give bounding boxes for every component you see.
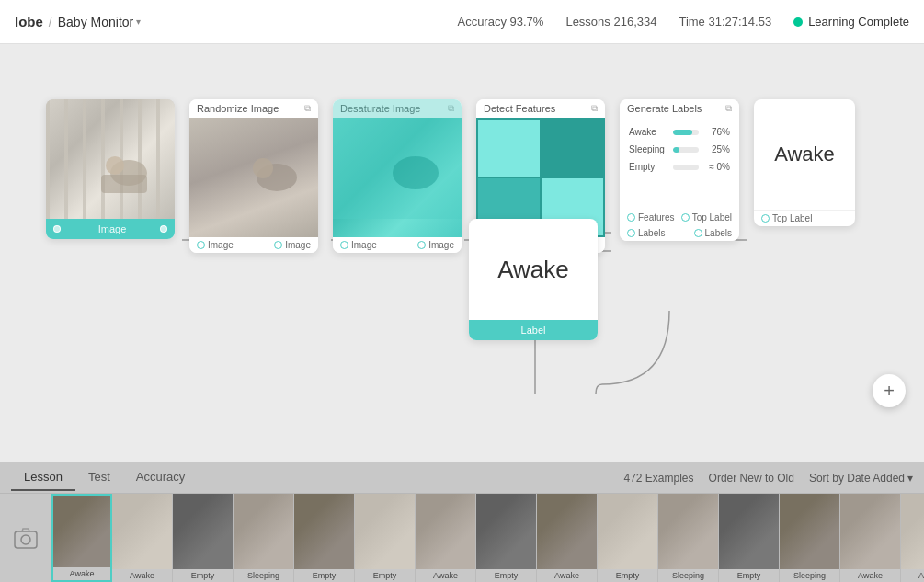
thumb-img-2 — [173, 494, 233, 569]
thumb-img-9 — [598, 494, 657, 569]
desaturate-preview — [333, 118, 462, 237]
thumb-item-2[interactable]: Empty — [173, 494, 234, 582]
thumb-img-12 — [780, 494, 839, 569]
thumb-item-7[interactable]: Empty — [476, 494, 537, 582]
tabs-right: 472 Examples Order New to Old Sort by Da… — [624, 472, 914, 485]
bar-track-empty — [673, 165, 699, 170]
thumb-img-8 — [537, 494, 597, 569]
generate-labels-out-port: Labels — [694, 228, 732, 238]
tab-lesson[interactable]: Lesson — [11, 464, 75, 491]
thumb-item-9[interactable]: Empty — [598, 494, 658, 582]
thumb-img-0 — [53, 496, 110, 567]
thumb-item-13[interactable]: Awake — [840, 494, 901, 582]
thumb-label-11: Empty — [719, 569, 779, 582]
add-example-button[interactable] — [0, 494, 51, 582]
app-logo: lobe — [15, 14, 43, 29]
desaturate-ports: Image Image — [333, 237, 462, 253]
sort-chevron-icon: ▾ — [907, 472, 913, 485]
thumb-label-3: Sleeping — [234, 569, 293, 582]
thumb-label-9: Empty — [598, 569, 657, 582]
lessons-stat: Lessons 216,334 — [565, 15, 656, 29]
bar-label-sleeping: Sleeping — [629, 144, 667, 154]
image-preview — [46, 99, 175, 219]
image-node-footer: Image — [46, 219, 175, 239]
thumb-img-1 — [112, 494, 172, 569]
canvas-area: Image Randomize Image ⧉ Image Image — [0, 44, 924, 462]
copy-icon: ⧉ — [725, 103, 732, 114]
thumb-item-12[interactable]: Sleeping — [780, 494, 840, 582]
thumb-item-5[interactable]: Empty — [355, 494, 416, 582]
thumb-label-4: Empty — [294, 569, 354, 582]
header-right: Accuracy 93.7% Lessons 216,334 Time 31:2… — [457, 15, 909, 29]
thumb-label-6: Awake — [416, 569, 475, 582]
bar-fill-sleeping — [673, 147, 679, 153]
node-label-awake: Awake Label — [469, 219, 598, 340]
randomize-ports: Image Image — [189, 237, 318, 253]
learning-complete-status: Learning Complete — [793, 15, 909, 29]
bar-pct-empty: ≈ 0% — [704, 162, 730, 172]
thumb-img-7 — [476, 494, 536, 569]
camera-icon — [13, 525, 39, 551]
desaturate-input-port: Image — [340, 240, 377, 250]
thumb-item-4[interactable]: Empty — [294, 494, 355, 582]
node-generate: Generate Labels ⧉ Awake 76% Sleeping 25% — [620, 99, 739, 241]
baby-illustration — [46, 99, 175, 219]
bar-track-awake — [673, 130, 699, 135]
bar-label-empty: Empty — [629, 162, 667, 172]
learning-status-label: Learning Complete — [808, 15, 909, 29]
thumb-item-10[interactable]: Sleeping — [658, 494, 719, 582]
label-footer-text: Label — [521, 325, 546, 336]
thumb-img-10 — [658, 494, 718, 569]
tab-accuracy[interactable]: Accuracy — [123, 464, 198, 491]
plus-icon: + — [884, 381, 895, 402]
port-icon — [53, 225, 61, 233]
thumb-item-0[interactable]: Awake — [51, 494, 112, 582]
bar-row-empty: Empty ≈ 0% — [629, 162, 730, 172]
pipeline: Image Randomize Image ⧉ Image Image — [46, 99, 855, 253]
thumb-img-5 — [355, 494, 415, 569]
svg-point-15 — [21, 535, 30, 544]
desaturate-output-port: Image — [417, 240, 454, 250]
thumb-item-14[interactable]: Awake — [901, 494, 924, 582]
project-name[interactable]: Baby Monitor ▾ — [58, 15, 141, 29]
label-awake-text: Awake — [469, 219, 598, 320]
thumb-label-1: Awake — [112, 569, 172, 582]
thumb-img-3 — [234, 494, 293, 569]
add-node-button[interactable]: + — [873, 374, 906, 407]
thumb-item-11[interactable]: Empty — [719, 494, 780, 582]
thumb-item-1[interactable]: Awake — [112, 494, 173, 582]
project-chevron-icon: ▾ — [136, 17, 141, 27]
bottom-tabs: Lesson Test Accuracy 472 Examples Order … — [0, 462, 924, 494]
header: lobe / Baby Monitor ▾ Accuracy 93.7% Les… — [0, 0, 924, 44]
header-separator: / — [49, 15, 52, 29]
toplabel-text: Awake — [774, 143, 835, 166]
randomize-preview — [189, 118, 318, 237]
node-toplabel: Awake Top Label — [754, 99, 855, 226]
generate-bottom-ports: Labels Labels — [620, 225, 739, 241]
bar-track-sleeping — [673, 147, 699, 153]
thumb-img-11 — [719, 494, 779, 569]
bar-fill-awake — [673, 130, 692, 135]
thumb-label-8: Awake — [537, 569, 597, 582]
thumb-img-4 — [294, 494, 354, 569]
thumb-label-5: Empty — [355, 569, 415, 582]
generate-title-bar: Generate Labels ⧉ — [620, 99, 739, 118]
svg-point-13 — [393, 156, 439, 189]
thumb-item-3[interactable]: Sleeping — [234, 494, 294, 582]
thumb-label-13: Awake — [840, 569, 900, 582]
randomize-output-port: Image — [274, 240, 311, 250]
thumb-label-2: Empty — [173, 569, 233, 582]
toplabel-body: Awake — [754, 99, 855, 210]
generate-top-ports: Features Top Label — [620, 210, 739, 225]
desaturate-illustration — [333, 118, 462, 219]
bottom-bar: Lesson Test Accuracy 472 Examples Order … — [0, 462, 924, 582]
thumb-item-8[interactable]: Awake — [537, 494, 598, 582]
tab-test[interactable]: Test — [75, 464, 123, 491]
accuracy-stat: Accuracy 93.7% — [457, 15, 543, 29]
randomize-input-port: Image — [197, 240, 234, 250]
time-stat: Time 31:27:14.53 — [679, 15, 771, 29]
bar-row-awake: Awake 76% — [629, 127, 730, 137]
sort-button[interactable]: Sort by Date Added ▾ — [809, 472, 913, 485]
thumbnails-strip: Awake Awake Empty Sleeping Empty Empty A… — [0, 494, 924, 582]
thumb-item-6[interactable]: Awake — [416, 494, 476, 582]
